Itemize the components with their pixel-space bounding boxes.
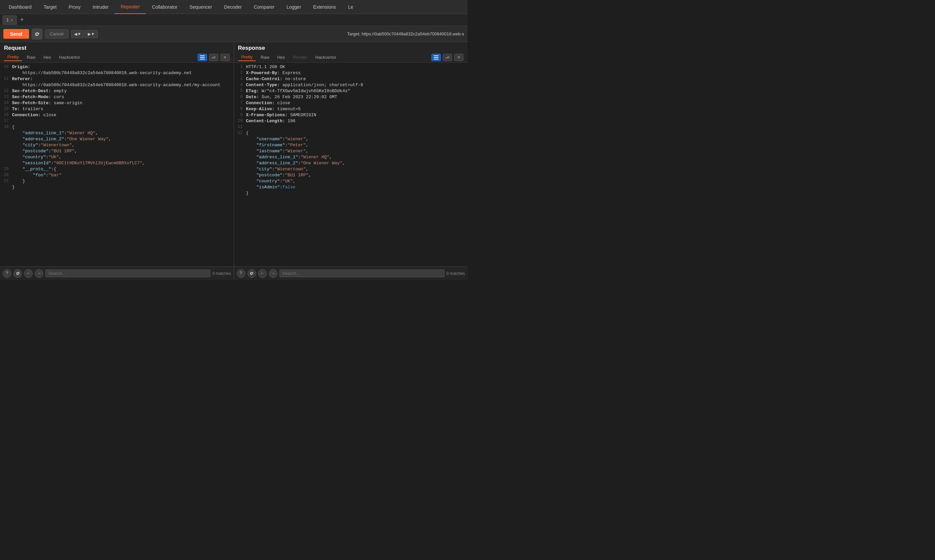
request-tab-raw[interactable]: Raw bbox=[23, 54, 39, 61]
table-row: https://0ab500c70449a832c2a54eb700840018… bbox=[0, 70, 234, 76]
response-panel-tabs: Pretty Raw Hex Render Hackvertor ↵n ≡ bbox=[238, 54, 464, 61]
svg-rect-1 bbox=[200, 57, 205, 58]
nav-item-proxy[interactable]: Proxy bbox=[62, 0, 86, 14]
table-row: "country":"UK", bbox=[234, 178, 468, 184]
line-number bbox=[0, 71, 12, 76]
response-settings-icon[interactable] bbox=[248, 269, 256, 278]
line-number: 20 bbox=[0, 173, 12, 178]
response-back-arrow[interactable]: ← bbox=[258, 269, 267, 278]
nav-item-target[interactable]: Target bbox=[38, 0, 63, 14]
response-tab-hackvertor[interactable]: Hackvertor bbox=[312, 54, 340, 61]
nav-item-dashboard[interactable]: Dashboard bbox=[3, 0, 38, 14]
line-number: 13 bbox=[0, 94, 12, 100]
nav-item-collaborator[interactable]: Collaborator bbox=[146, 0, 183, 14]
request-matches: 0 matches bbox=[212, 271, 231, 276]
response-bottom: ? ← → 0 matches bbox=[234, 267, 468, 280]
request-bottom: ? ← → 0 matches bbox=[0, 267, 234, 280]
response-content[interactable]: 1HTTP/1.1 200 OK2X-Powered-By: Express3C… bbox=[234, 63, 468, 266]
response-tab-raw[interactable]: Raw bbox=[257, 54, 272, 61]
repeater-tab-1[interactable]: 1 × bbox=[3, 15, 17, 25]
request-settings-icon[interactable] bbox=[13, 269, 22, 278]
line-content: "foo":"bar" bbox=[12, 173, 234, 178]
repeater-tabs: 1 × + bbox=[0, 14, 468, 26]
nav-item-comparer[interactable]: Comparer bbox=[248, 0, 280, 14]
line-content: "address_line_1":"Wiener HQ", bbox=[12, 131, 234, 136]
nav-item-le[interactable]: Le bbox=[342, 0, 359, 14]
line-number: 19 bbox=[0, 167, 12, 172]
line-content: Content-Length: 196 bbox=[246, 118, 468, 124]
response-tab-pretty[interactable]: Pretty bbox=[238, 54, 256, 61]
gear-icon bbox=[34, 31, 40, 37]
response-help-icon[interactable]: ? bbox=[237, 269, 245, 278]
line-number: 2 bbox=[234, 71, 246, 76]
line-number bbox=[0, 137, 12, 142]
nav-item-intruder[interactable]: Intruder bbox=[86, 0, 115, 14]
line-content: https://0ab500c70449a832c2a54eb700840018… bbox=[12, 71, 234, 76]
line-number: 16 bbox=[0, 112, 12, 118]
request-newline-icon[interactable]: ↵n bbox=[209, 54, 218, 61]
request-search-input[interactable] bbox=[45, 269, 211, 277]
response-forward-arrow[interactable]: → bbox=[269, 269, 277, 278]
request-tab-pretty[interactable]: Pretty bbox=[4, 54, 22, 61]
line-number: 4 bbox=[234, 83, 246, 88]
table-row: "country":"UK", bbox=[0, 154, 234, 160]
response-tab-hex[interactable]: Hex bbox=[274, 54, 288, 61]
request-panel-icons: ↵n ≡ bbox=[198, 54, 230, 61]
response-list-icon[interactable] bbox=[431, 54, 441, 61]
nav-item-logger[interactable]: Logger bbox=[280, 0, 307, 14]
line-content: Sec-Fetch-Site: same-origin bbox=[12, 100, 234, 106]
line-content: "city":"Wienertown", bbox=[246, 167, 468, 172]
line-content: Content-Type: application/json; charset=… bbox=[246, 83, 468, 88]
request-list-icon[interactable] bbox=[198, 54, 207, 61]
cancel-button[interactable]: Cancel bbox=[45, 29, 68, 38]
line-content: ETag: W/"c4-TfXGwv5mIdwjvh6GKeI0oBDdk4s" bbox=[246, 89, 468, 94]
line-content: "address_line_2":"One Wiener Way", bbox=[246, 161, 468, 166]
nav-item-repeater[interactable]: Repeater bbox=[115, 0, 146, 14]
tab-close-icon[interactable]: × bbox=[11, 18, 13, 22]
line-content: https://0ab500c70449a832c2a54eb700840018… bbox=[12, 83, 234, 88]
line-number: 11 bbox=[234, 125, 246, 130]
back-button[interactable]: ◀▼ bbox=[71, 30, 84, 38]
request-menu-icon[interactable]: ≡ bbox=[220, 54, 230, 61]
line-number: 21 bbox=[0, 178, 12, 184]
settings-button[interactable] bbox=[32, 29, 42, 39]
line-content: Sec-Fetch-Dest: empty bbox=[12, 89, 234, 94]
svg-rect-5 bbox=[434, 59, 438, 60]
line-content: HTTP/1.1 200 OK bbox=[246, 65, 468, 70]
line-number bbox=[234, 155, 246, 160]
table-row: "postcode":"BU1 1RP", bbox=[234, 172, 468, 178]
request-content[interactable]: 10Origin: https://0ab500c70449a832c2a54e… bbox=[0, 63, 234, 266]
main-content: Request Pretty Raw Hex Hackvertor ↵n ≡ 1… bbox=[0, 42, 468, 266]
send-button[interactable]: Send bbox=[3, 29, 29, 39]
request-back-arrow[interactable]: ← bbox=[24, 269, 33, 278]
line-content: Te: trailers bbox=[12, 106, 234, 112]
line-content: Connection: close bbox=[246, 100, 468, 106]
request-tab-hex[interactable]: Hex bbox=[40, 54, 54, 61]
add-tab-button[interactable]: + bbox=[18, 16, 26, 24]
forward-button[interactable]: ▶▼ bbox=[85, 30, 98, 38]
line-number bbox=[234, 178, 246, 184]
line-content: "address_line_2":"One Wiener Way", bbox=[12, 137, 234, 142]
response-search-input[interactable] bbox=[280, 269, 444, 277]
table-row: "username":"wiener", bbox=[234, 136, 468, 142]
nav-item-decoder[interactable]: Decoder bbox=[218, 0, 248, 14]
response-menu-icon[interactable]: ≡ bbox=[454, 54, 463, 61]
bottom-bar: ? ← → 0 matches ? ← → 0 matches bbox=[0, 266, 468, 280]
request-help-icon[interactable]: ? bbox=[3, 269, 11, 278]
request-tab-hackvertor[interactable]: Hackvertor bbox=[56, 54, 83, 61]
request-forward-arrow[interactable]: → bbox=[35, 269, 43, 278]
line-content: Origin: bbox=[12, 65, 234, 70]
table-row: 11 bbox=[234, 124, 468, 130]
request-panel-header: Request Pretty Raw Hex Hackvertor ↵n ≡ bbox=[0, 42, 234, 63]
line-number bbox=[234, 143, 246, 148]
nav-item-sequencer[interactable]: Sequencer bbox=[183, 0, 218, 14]
line-content: { bbox=[246, 131, 468, 136]
line-number bbox=[234, 167, 246, 172]
line-number bbox=[234, 173, 246, 178]
request-panel: Request Pretty Raw Hex Hackvertor ↵n ≡ 1… bbox=[0, 42, 234, 266]
nav-item-extensions[interactable]: Extensions bbox=[307, 0, 342, 14]
table-row: "address_line_1":"Wiener HQ", bbox=[0, 130, 234, 136]
line-content: } bbox=[246, 191, 468, 196]
line-content: X-Frame-Options: SAMEORIGIN bbox=[246, 112, 468, 118]
response-newline-icon[interactable]: ↵n bbox=[443, 54, 452, 61]
